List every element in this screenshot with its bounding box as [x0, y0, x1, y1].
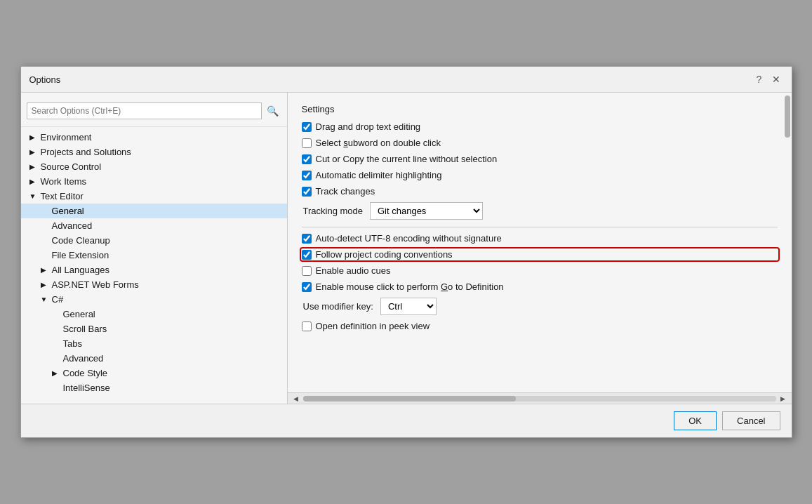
title-bar: Options ? ✕ [21, 67, 792, 93]
tree-label-projects: Projects and Solutions [41, 147, 131, 157]
setting-utf8: Auto-detect UTF-8 encoding without signa… [302, 233, 778, 244]
tree-label-aspnet: ASP.NET Web Forms [52, 279, 139, 290]
auto-delimiter-label[interactable]: Automatic delimiter highlighting [302, 170, 442, 180]
follow-conventions-checkbox[interactable] [302, 250, 312, 260]
tree-item-text-editor[interactable]: ▼ Text Editor [21, 189, 287, 204]
modifier-key-select[interactable]: Ctrl Alt Shift [380, 298, 437, 315]
cut-copy-checkbox[interactable] [302, 154, 312, 164]
tree-label-intellisense: IntelliSense [63, 383, 110, 393]
modifier-key-label: Use modifier key: [303, 301, 373, 312]
tree-arrow-work-items: ▶ [29, 178, 38, 185]
tree-label-text-editor: Text Editor [41, 191, 84, 201]
tree-arrow-code-style: ▶ [52, 369, 60, 377]
tree-label-csharp-advanced: Advanced [63, 353, 104, 364]
follow-conventions-label[interactable]: Follow project coding conventions [302, 249, 453, 260]
help-button[interactable]: ? [752, 72, 766, 86]
tree-label-csharp: C# [52, 294, 64, 305]
tree-item-environment[interactable]: ▶ Environment [21, 130, 287, 145]
tree-item-code-cleanup[interactable]: Code Cleanup [21, 233, 287, 248]
scroll-right-arrow[interactable]: ▶ [778, 393, 789, 404]
ok-button[interactable]: OK [674, 411, 717, 430]
left-panel: 🔍 ▶ Environment ▶ Projects and Solutions… [21, 93, 288, 404]
audio-cues-checkbox[interactable] [302, 266, 312, 276]
auto-delimiter-text: Automatic delimiter highlighting [316, 170, 442, 180]
footer: OK Cancel [21, 404, 792, 437]
tracking-mode-label: Tracking mode [303, 206, 364, 216]
tree-item-csharp[interactable]: ▼ C# [21, 292, 287, 307]
audio-cues-label[interactable]: Enable audio cues [302, 265, 391, 276]
setting-open-peek: Open definition in peek view [302, 321, 778, 331]
tree-arrow-text-editor: ▼ [29, 192, 38, 200]
cut-copy-text: Cut or Copy the current line without sel… [316, 154, 498, 164]
options-dialog: Options ? ✕ 🔍 ▶ Environment ▶ [20, 66, 792, 438]
select-subword-checkbox[interactable] [302, 138, 312, 148]
tree-arrow-csharp: ▼ [41, 296, 49, 303]
tree-container: ▶ Environment ▶ Projects and Solutions ▶… [21, 127, 287, 398]
tree-label-source-control: Source Control [41, 161, 102, 172]
mouse-click-go-text: Enable mouse click to perform Go to Defi… [316, 281, 504, 292]
settings-label: Settings [302, 104, 778, 114]
tree-item-projects-and-solutions[interactable]: ▶ Projects and Solutions [21, 145, 287, 159]
scroll-track[interactable] [303, 396, 776, 402]
tree-item-csharp-general[interactable]: General [21, 307, 287, 321]
tree-arrow-all-languages: ▶ [41, 266, 49, 274]
setting-drag-drop: Drag and drop text editing [302, 121, 778, 132]
tree-item-source-control[interactable]: ▶ Source Control [21, 159, 287, 174]
tracking-mode-select[interactable]: Git changes Track changes only Off [370, 202, 483, 220]
tree-item-intellisense[interactable]: IntelliSense [21, 380, 287, 395]
tracking-mode-row: Tracking mode Git changes Track changes … [302, 202, 778, 220]
track-changes-checkbox[interactable] [302, 187, 312, 197]
tree-label-scroll-bars: Scroll Bars [63, 324, 107, 334]
scroll-left-arrow[interactable]: ◀ [291, 393, 302, 404]
setting-cut-copy: Cut or Copy the current line without sel… [302, 154, 778, 164]
tree-label-general: General [52, 206, 84, 216]
utf8-text: Auto-detect UTF-8 encoding without signa… [316, 233, 502, 244]
setting-track-changes: Track changes [302, 186, 778, 197]
tree-item-general[interactable]: General [21, 204, 287, 218]
select-subword-label[interactable]: Select subword on double click [302, 138, 441, 148]
tree-item-csharp-advanced[interactable]: Advanced [21, 351, 287, 366]
utf8-label[interactable]: Auto-detect UTF-8 encoding without signa… [302, 233, 502, 244]
cancel-button[interactable]: Cancel [722, 411, 780, 430]
tree-arrow-projects: ▶ [29, 148, 38, 156]
open-peek-checkbox[interactable] [302, 321, 312, 331]
tree-label-csharp-general: General [63, 309, 95, 319]
tree-arrow-source-control: ▶ [29, 163, 38, 171]
close-button[interactable]: ✕ [769, 72, 783, 86]
select-subword-text: Select subword on double click [316, 138, 441, 148]
title-bar-controls: ? ✕ [752, 72, 783, 86]
search-input[interactable] [27, 102, 262, 119]
tree-item-code-style[interactable]: ▶ Code Style [21, 366, 287, 380]
open-peek-label[interactable]: Open definition in peek view [302, 321, 430, 331]
scroll-thumb [303, 396, 516, 402]
drag-drop-label[interactable]: Drag and drop text editing [302, 121, 421, 132]
mouse-click-go-checkbox[interactable] [302, 282, 312, 292]
tree-item-work-items[interactable]: ▶ Work Items [21, 174, 287, 189]
tree-arrow-environment: ▶ [29, 133, 38, 141]
tree-item-advanced[interactable]: Advanced [21, 218, 287, 233]
tree-item-tabs[interactable]: Tabs [21, 336, 287, 351]
auto-delimiter-checkbox[interactable] [302, 171, 312, 180]
mouse-click-go-label[interactable]: Enable mouse click to perform Go to Defi… [302, 281, 504, 292]
tree-item-aspnet[interactable]: ▶ ASP.NET Web Forms [21, 277, 287, 292]
tree-label-file-extension: File Extension [52, 250, 109, 260]
drag-drop-text: Drag and drop text editing [316, 121, 421, 132]
setting-audio-cues: Enable audio cues [302, 265, 778, 276]
bottom-scrollbar: ◀ ▶ [288, 392, 792, 404]
cut-copy-label[interactable]: Cut or Copy the current line without sel… [302, 154, 498, 164]
tree-item-file-extension[interactable]: File Extension [21, 248, 287, 263]
setting-mouse-click-go: Enable mouse click to perform Go to Defi… [302, 281, 778, 292]
utf8-checkbox[interactable] [302, 234, 312, 244]
track-changes-label[interactable]: Track changes [302, 186, 375, 197]
tree-label-environment: Environment [41, 132, 92, 142]
search-icon[interactable]: 🔍 [265, 102, 281, 119]
drag-drop-checkbox[interactable] [302, 122, 312, 132]
setting-auto-delimiter: Automatic delimiter highlighting [302, 170, 778, 180]
setting-select-subword: Select subword on double click [302, 138, 778, 148]
tree-item-scroll-bars[interactable]: Scroll Bars [21, 321, 287, 336]
tree-label-code-cleanup: Code Cleanup [52, 235, 110, 246]
tree-item-all-languages[interactable]: ▶ All Languages [21, 263, 287, 277]
right-scrollbar[interactable] [785, 95, 790, 138]
tree-label-all-languages: All Languages [52, 265, 109, 275]
tree-arrow-aspnet: ▶ [41, 281, 49, 289]
